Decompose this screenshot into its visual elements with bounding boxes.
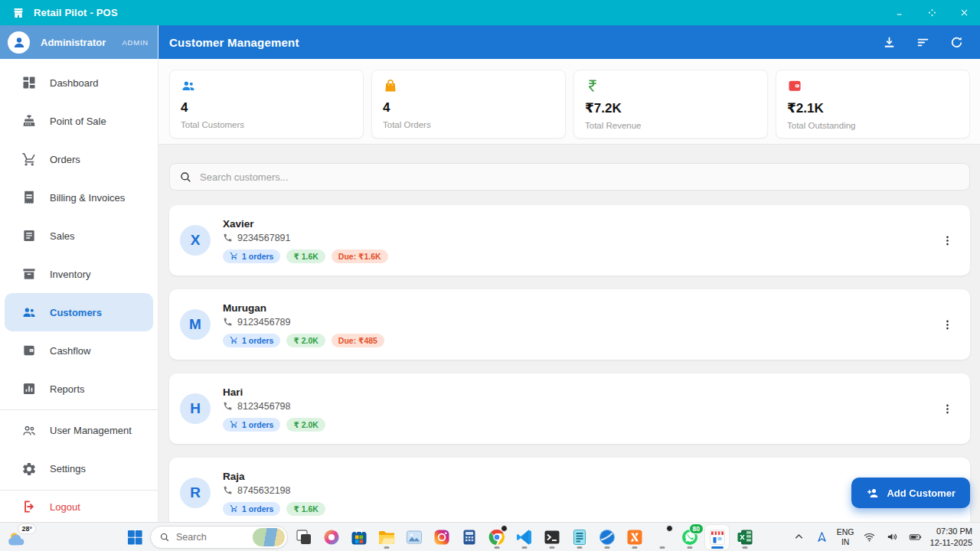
taskbar-app-file-explorer[interactable] — [374, 525, 398, 549]
user-avatar[interactable] — [8, 31, 30, 54]
stat-card-total-customers: 4 Total Customers — [169, 70, 364, 139]
close-button[interactable] — [948, 0, 980, 25]
header-action-download[interactable] — [877, 31, 900, 54]
sidebar-item-point-of-sale[interactable]: Point of Sale — [5, 102, 153, 140]
taskbar: 28° — [0, 522, 980, 551]
battery-charging-icon — [909, 530, 922, 543]
customer-card-hari[interactable]: H Hari 8123456798 1 o — [169, 373, 970, 444]
minimize-button[interactable] — [884, 0, 916, 25]
taskbar-app-retail-pos-app[interactable] — [705, 525, 729, 549]
receipt-icon — [21, 190, 37, 205]
customer-menu-button[interactable] — [936, 398, 958, 419]
start-button[interactable] — [122, 525, 146, 549]
customer-name: Raja — [223, 471, 325, 482]
wifi-button[interactable] — [861, 529, 877, 545]
taskbar-app-chrome[interactable] — [485, 525, 508, 549]
rupee-icon — [585, 78, 600, 93]
customer-phone: 9123456789 — [223, 317, 384, 328]
hidden-icons-button[interactable] — [791, 529, 807, 545]
customer-avatar: H — [180, 393, 211, 424]
sidebar-item-inventory[interactable]: Inventory — [5, 255, 153, 293]
taskbar-search-input[interactable] — [176, 532, 253, 543]
orders-chip: 1 orders — [223, 502, 280, 516]
main-content: Customer Management 4 — [158, 25, 980, 522]
weather-temp: 28° — [18, 524, 35, 533]
header-action-filter-sort[interactable] — [911, 31, 934, 54]
list-doc-icon — [21, 228, 37, 243]
location-button[interactable] — [814, 529, 830, 545]
taskbar-app-whatsapp[interactable]: 80 — [678, 525, 701, 549]
stats-strip: 4 Total Customers 4 Total Orders ₹7.2K T… — [158, 59, 980, 145]
store-front-icon — [12, 7, 24, 19]
sidebar-item-dashboard[interactable]: Dashboard — [5, 64, 153, 102]
location-arrow-icon — [815, 530, 828, 543]
xampp-icon — [626, 528, 644, 546]
copilot-icon — [322, 528, 341, 546]
calculator-icon — [460, 528, 479, 546]
ms-store-icon — [350, 528, 368, 546]
language-switcher[interactable]: ENG IN — [837, 527, 854, 546]
taskbar-app-terminal[interactable] — [540, 525, 564, 549]
taskbar-app-task-view[interactable] — [292, 525, 315, 549]
cart-icon — [230, 420, 238, 429]
taskbar-weather[interactable]: 28° — [6, 525, 32, 549]
customer-avatar: R — [180, 478, 211, 508]
pos-register-icon — [21, 113, 37, 129]
windows-start-icon — [126, 528, 144, 546]
taskbar-app-photos[interactable] — [402, 525, 426, 549]
taskbar-app-ms-store[interactable] — [347, 525, 371, 549]
customer-card-murugan[interactable]: M Murugan 9123456789 — [169, 289, 970, 360]
user-name: Administrator — [41, 37, 106, 48]
taskbar-app-xampp[interactable] — [622, 525, 646, 549]
taskbar-app-copilot[interactable] — [319, 525, 343, 549]
orders-chip: 1 orders — [223, 249, 280, 263]
terminal-icon — [543, 528, 561, 546]
window-controls — [884, 0, 980, 25]
taskbar-app-instagram[interactable] — [430, 525, 453, 549]
taskbar-app-vscode[interactable] — [512, 525, 536, 549]
volume-button[interactable] — [884, 529, 900, 545]
battery-button[interactable] — [907, 529, 923, 545]
orders-chip: 1 orders — [223, 418, 280, 432]
vscode-icon — [515, 528, 534, 546]
minimize-icon — [895, 8, 905, 18]
customer-phone: 9234567891 — [223, 233, 388, 243]
add-customer-button[interactable]: Add Customer — [851, 478, 970, 508]
sidebar-item-cashflow[interactable]: Cashflow — [5, 331, 153, 370]
sidebar-item-settings[interactable]: Settings — [5, 450, 153, 488]
file-explorer-icon — [377, 528, 396, 546]
revenue-chip: ₹ 1.6K — [286, 502, 325, 516]
sidebar-item-sales[interactable]: Sales — [5, 217, 153, 255]
sidebar-item-customers[interactable]: Customers — [5, 293, 153, 331]
tray-time: 07:30 PM — [930, 526, 972, 536]
sidebar-item-logout[interactable]: Logout — [5, 492, 153, 522]
taskbar-app-calculator[interactable] — [457, 525, 481, 549]
app-title: Retail Pilot - POS — [34, 7, 118, 18]
sidebar-item-orders[interactable]: Orders — [5, 140, 153, 178]
people-icon — [181, 78, 196, 93]
header-action-refresh[interactable] — [945, 31, 968, 54]
taskbar-app-notepad-plus[interactable] — [567, 525, 591, 549]
maximize-button[interactable] — [916, 0, 948, 25]
search-icon — [159, 532, 170, 543]
customer-menu-button[interactable] — [936, 230, 958, 251]
person-icon — [11, 34, 27, 50]
taskbar-app-chrome-profile[interactable] — [650, 525, 674, 549]
filter-sort-icon — [916, 35, 930, 50]
taskbar-center: 80 — [122, 523, 756, 551]
header-actions — [877, 31, 968, 54]
customer-menu-button[interactable] — [936, 314, 958, 335]
taskbar-app-excel[interactable] — [733, 525, 756, 549]
sidebar-item-billing-invoices[interactable]: Billing & Invoices — [5, 178, 153, 217]
customer-phone: 8123456798 — [223, 401, 325, 412]
search-input[interactable] — [200, 171, 960, 183]
sidebar-item-reports[interactable]: Reports — [5, 370, 153, 408]
sidebar-item-user-management[interactable]: User Management — [5, 412, 153, 450]
notepad-plus-icon — [570, 528, 589, 546]
sidebar: Administrator ADMIN Dashboard Point of S… — [0, 25, 158, 522]
taskbar-search[interactable] — [150, 526, 288, 549]
customer-card-raja[interactable]: R Raja 8745632198 1 o — [169, 458, 970, 522]
taskbar-app-internet-globe[interactable] — [595, 525, 619, 549]
customer-card-xavier[interactable]: X Xavier 9234567891 1 — [169, 205, 970, 276]
clock[interactable]: 07:30 PM 12-11-2025 — [930, 526, 972, 548]
